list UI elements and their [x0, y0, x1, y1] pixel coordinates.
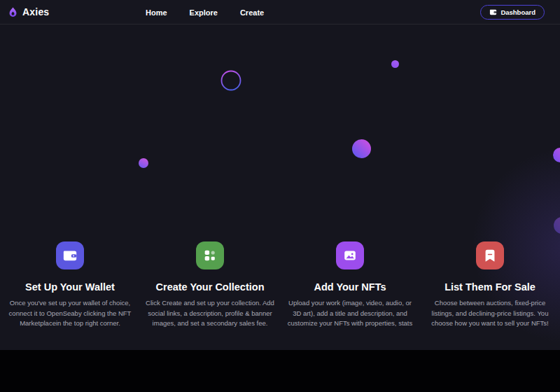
wallet-icon	[56, 241, 84, 270]
brand-name: Axies	[22, 6, 49, 18]
category-grid-icon	[196, 241, 224, 270]
gradient-sphere-decoration	[352, 139, 371, 158]
feature-title: Add Your NFTs	[284, 281, 416, 293]
bookmark-icon	[476, 241, 504, 270]
feature-card-sale: List Them For Sale Choose between auctio…	[424, 241, 556, 329]
feature-title: List Them For Sale	[424, 281, 556, 293]
hero-section: Set Up Your Wallet Once you've set up yo…	[0, 25, 560, 350]
small-dot-decoration	[391, 60, 399, 68]
live-auctions-section: Live Auctions EXPLORE MORE	[0, 350, 560, 392]
outline-circle-decoration	[220, 70, 241, 94]
feature-description: Choose between auctions, fixed-price lis…	[424, 298, 556, 329]
feature-cards-row: Set Up Your Wallet Once you've set up yo…	[4, 241, 556, 329]
dashboard-button-label: Dashboard	[500, 8, 536, 16]
nav-item-create[interactable]: Create	[240, 8, 264, 17]
image-icon	[336, 241, 364, 270]
small-dot-decoration	[139, 158, 148, 168]
feature-title: Create Your Collection	[144, 281, 276, 293]
feature-description: Upload your work (image, video, audio, o…	[284, 298, 416, 329]
feature-card-wallet: Set Up Your Wallet Once you've set up yo…	[4, 241, 136, 329]
nav-item-home[interactable]: Home	[146, 8, 167, 17]
nav-item-explore[interactable]: Explore	[190, 8, 218, 17]
dashboard-button[interactable]: Dashboard	[480, 5, 545, 20]
wallet-icon	[489, 8, 497, 16]
feature-title: Set Up Your Wallet	[4, 281, 136, 293]
feature-card-nfts: Add Your NFTs Upload your work (image, v…	[284, 241, 416, 329]
feature-description: Click Create and set up your collection.…	[144, 298, 276, 329]
feature-card-collection: Create Your Collection Click Create and …	[144, 241, 276, 329]
feature-description: Once you've set up your wallet of choice…	[4, 298, 136, 329]
main-nav: Home Explore Create	[146, 0, 264, 24]
flame-logo-icon	[7, 6, 19, 18]
brand-logo[interactable]: Axies	[0, 6, 49, 18]
top-navbar: Axies Home Explore Create Dashboard	[0, 0, 560, 24]
